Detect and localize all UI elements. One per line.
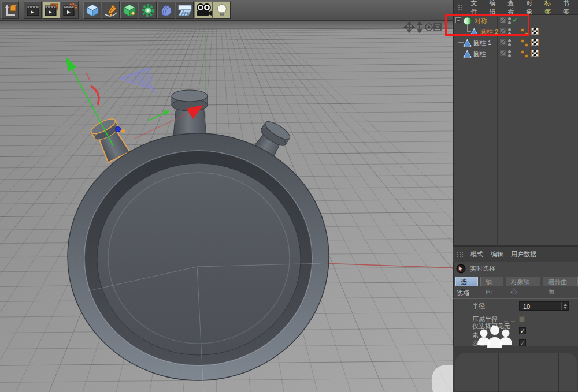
tab-subdivision-surface[interactable]: 细分曲面 — [543, 277, 578, 286]
object-row-cylinder2[interactable]: 圆柱 2 — [454, 27, 578, 37]
c4d-window: { "toolbar": { "icons": ["move-tool-icon… — [0, 0, 578, 392]
selected-vertex-dot — [121, 129, 125, 133]
phong-tag-dot[interactable] — [521, 50, 524, 54]
footer-column-line — [498, 353, 499, 392]
add-generator-icon[interactable] — [139, 1, 157, 19]
field-pressure-radius: 压感半径 — [453, 314, 578, 324]
field-label: 仅选择可见元素 — [472, 322, 513, 339]
live-selection-icon — [456, 264, 466, 274]
object-label[interactable]: 圆柱 2 — [480, 28, 498, 36]
only-visible-checkbox[interactable]: ✓ — [519, 327, 526, 334]
menu-am-edit[interactable]: 编辑 — [491, 250, 503, 259]
phong-tag-dot[interactable] — [525, 43, 528, 47]
panel-grip-icon[interactable] — [457, 252, 463, 257]
editor-visibility-dot[interactable] — [508, 17, 511, 20]
menu-object[interactable]: 对象 — [526, 0, 537, 16]
pressure-radius-checkbox[interactable] — [519, 316, 525, 322]
menu-mode[interactable]: 模式 — [470, 250, 483, 259]
texture-tag[interactable] — [531, 50, 539, 57]
field-only-visible: 仅选择可见元素 ✓ — [453, 326, 578, 336]
main-toolbar — [0, 0, 453, 21]
texture-tag[interactable] — [531, 39, 539, 46]
menu-file[interactable]: 文件 — [470, 0, 481, 16]
object-row-cylinder[interactable]: 圆柱 — [454, 48, 578, 59]
move-tool-icon[interactable] — [1, 1, 19, 19]
add-cube-icon[interactable] — [83, 1, 101, 19]
object-row-cylinder1[interactable]: 圆柱 1 — [454, 38, 578, 48]
polygon-object-icon — [470, 28, 479, 36]
stopwatch-face — [97, 163, 301, 355]
object-label[interactable]: 对称 — [475, 17, 487, 25]
expand-toggle[interactable]: − — [455, 17, 461, 23]
menu-view[interactable]: 查看 — [507, 0, 518, 16]
toolbar-separator — [20, 1, 24, 19]
tab-axis[interactable]: 轴向 — [480, 277, 503, 286]
layer-toggle[interactable] — [500, 28, 506, 34]
render-view-icon[interactable] — [24, 1, 42, 19]
render-visibility-dot[interactable] — [508, 21, 511, 24]
texture-tag[interactable] — [531, 28, 539, 35]
tool-name: 实时选择 — [470, 264, 495, 273]
field-label: 半径 — [472, 302, 485, 311]
add-camera-icon[interactable] — [194, 1, 212, 19]
editor-visibility-dot[interactable] — [508, 39, 511, 42]
render-visibility-dot[interactable] — [508, 32, 511, 35]
render-picture-viewer-icon[interactable] — [42, 1, 60, 19]
polygon-object-icon — [463, 39, 472, 47]
footer-column-line — [558, 353, 559, 392]
layer-toggle[interactable] — [500, 17, 506, 23]
object-row-symmetry[interactable]: − 对称 ✓ — [454, 16, 578, 26]
editor-visibility-dot[interactable] — [508, 28, 511, 31]
render-visibility-dot[interactable] — [508, 43, 511, 46]
add-floor-icon[interactable] — [176, 1, 194, 19]
attribute-manager-footer — [453, 346, 578, 392]
menu-bookmark[interactable]: 书签 — [563, 0, 574, 16]
object-label[interactable]: 圆柱 1 — [473, 39, 491, 47]
object-manager-menubar: 文件 编辑 查看 对象 标签 书签 — [454, 0, 578, 15]
menu-userdata[interactable]: 用户数据 — [511, 250, 536, 259]
add-light-icon[interactable] — [213, 1, 231, 19]
draw-spline-icon[interactable] — [102, 1, 120, 19]
tab-options[interactable]: 选项 — [455, 277, 478, 286]
generator-enabled-check[interactable]: ✓ — [512, 16, 518, 24]
render-visibility-dot[interactable] — [508, 54, 511, 57]
add-deformer-icon[interactable] — [157, 1, 175, 19]
object-label[interactable]: 圆柱 — [473, 50, 486, 58]
field-radius: 半径 10 — [453, 301, 578, 311]
render-settings-icon[interactable] — [61, 1, 79, 19]
menu-edit[interactable]: 编辑 — [489, 0, 500, 16]
phong-tag-dot[interactable] — [521, 28, 524, 32]
radius-spinner[interactable] — [561, 302, 569, 310]
phong-tag-dot[interactable] — [525, 32, 528, 36]
editor-visibility-dot[interactable] — [508, 50, 511, 53]
z-axis-handle-dot[interactable] — [116, 127, 121, 132]
panel-grip-icon[interactable] — [458, 5, 463, 10]
layer-toggle[interactable] — [500, 50, 506, 56]
tolerant-selection-checkbox[interactable]: ✓ — [519, 339, 526, 346]
phong-tag-dot[interactable] — [525, 54, 528, 58]
symmetry-sphere-icon — [463, 17, 472, 25]
tool-header: 实时选择 — [453, 262, 578, 275]
attribute-tabs: 选项 轴向 对象轴心 细分曲面 — [455, 277, 578, 286]
attribute-menubar: 模式 编辑 用户数据 — [453, 247, 578, 262]
tab-object-axis[interactable]: 对象轴心 — [506, 277, 541, 286]
section-title: 选项 — [453, 289, 578, 299]
menu-tag[interactable]: 标签 — [544, 0, 555, 16]
layer-toggle[interactable] — [500, 39, 506, 45]
phong-tag-dot[interactable] — [521, 39, 524, 43]
toolbar-separator — [79, 1, 83, 19]
add-modeling-object-icon[interactable] — [120, 1, 138, 19]
perspective-viewport[interactable] — [0, 21, 453, 392]
polygon-object-icon — [463, 50, 472, 58]
